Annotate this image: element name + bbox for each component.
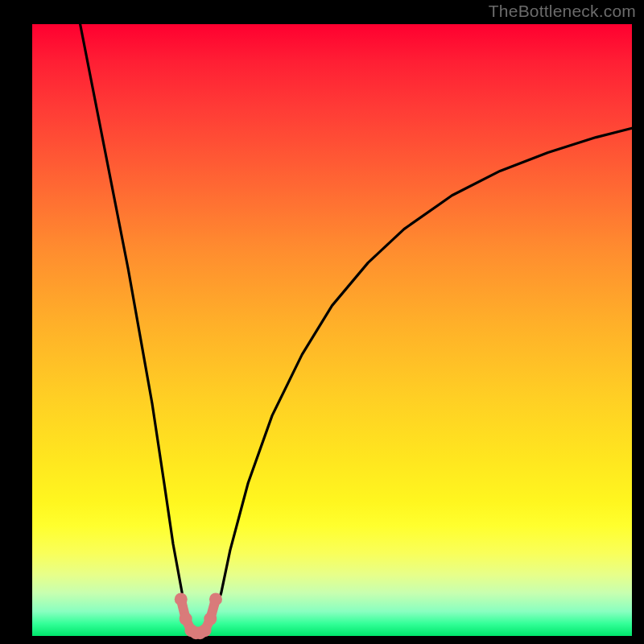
chart-svg [0,0,644,644]
optimal-marker [199,624,212,637]
watermark-text: TheBottleneck.com [489,2,636,21]
optimal-marker [204,613,217,625]
optimal-marker [209,592,222,605]
outer-frame: TheBottleneck.com [0,0,644,644]
optimal-marker [175,592,188,605]
bottleneck-curve [80,24,632,634]
optimal-marker [180,613,192,625]
